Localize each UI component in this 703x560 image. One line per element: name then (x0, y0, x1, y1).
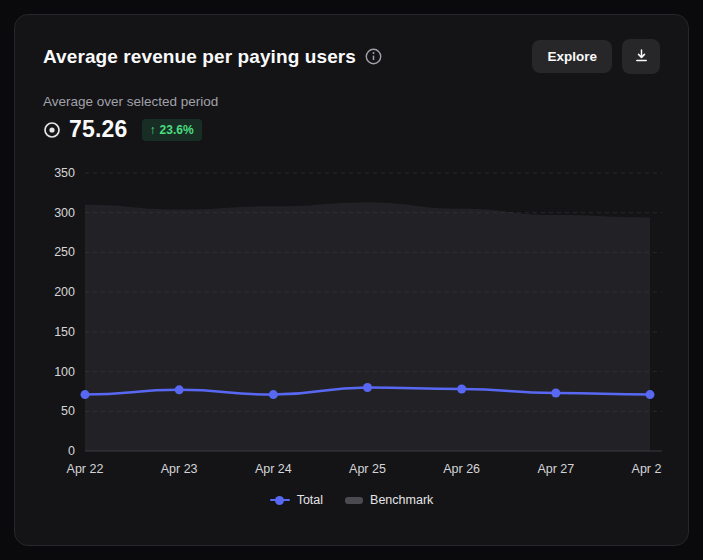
svg-text:150: 150 (54, 325, 75, 339)
revenue-card: Average revenue per paying users Explore (14, 14, 689, 546)
svg-text:0: 0 (68, 444, 75, 458)
legend-benchmark-label: Benchmark (370, 493, 433, 507)
change-badge: ↑ 23.6% (142, 119, 202, 141)
svg-text:100: 100 (54, 365, 75, 379)
total-series-marker (270, 495, 290, 505)
legend-item-benchmark[interactable]: Benchmark (345, 493, 433, 507)
svg-text:350: 350 (54, 166, 75, 180)
svg-text:200: 200 (54, 285, 75, 299)
badge-value: 23.6% (160, 123, 194, 137)
svg-text:250: 250 (54, 245, 75, 259)
chart-wrap: 050100150200250300350Apr 22Apr 23Apr 24A… (43, 159, 660, 485)
arrow-up-icon: ↑ (150, 123, 156, 137)
explore-button[interactable]: Explore (532, 40, 612, 73)
info-icon[interactable] (365, 48, 382, 65)
svg-text:Apr 27: Apr 27 (537, 462, 574, 476)
benchmark-series-marker (345, 497, 363, 504)
card-header: Average revenue per paying users Explore (43, 39, 660, 74)
svg-text:Apr 26: Apr 26 (443, 462, 480, 476)
metric-value: 75.26 (69, 116, 128, 143)
metric-row: 75.26 ↑ 23.6% (43, 116, 660, 143)
svg-text:Apr 22: Apr 22 (67, 462, 104, 476)
target-icon (43, 121, 61, 139)
metric-subtitle: Average over selected period (43, 94, 660, 109)
svg-text:Apr 23: Apr 23 (161, 462, 198, 476)
page-title: Average revenue per paying users (43, 46, 356, 68)
svg-text:Apr 25: Apr 25 (349, 462, 386, 476)
svg-text:Apr 24: Apr 24 (255, 462, 292, 476)
download-button[interactable] (622, 39, 660, 74)
svg-text:300: 300 (54, 206, 75, 220)
download-icon (634, 48, 649, 66)
legend-item-total[interactable]: Total (270, 493, 323, 507)
svg-text:Apr 28: Apr 28 (632, 462, 662, 476)
chart-legend: Total Benchmark (43, 493, 660, 507)
svg-text:50: 50 (61, 404, 75, 418)
legend-total-label: Total (297, 493, 323, 507)
revenue-chart[interactable]: 050100150200250300350Apr 22Apr 23Apr 24A… (43, 159, 662, 481)
